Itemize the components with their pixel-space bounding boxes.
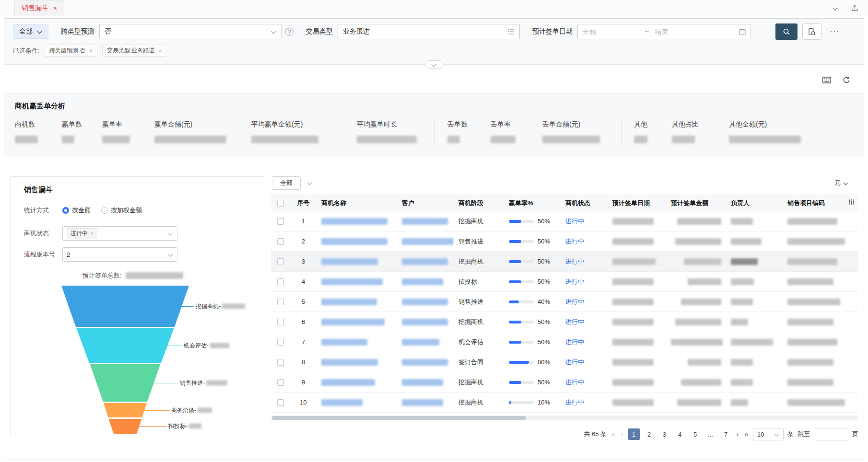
cell-status[interactable]: 进行中 [561,332,608,352]
cell-opportunity-name[interactable] [317,393,397,413]
cell-opportunity-name[interactable] [317,231,397,252]
sign-date-range[interactable]: ~ [577,24,751,39]
cell-opportunity-name[interactable] [317,272,397,292]
calendar-icon[interactable] [739,28,746,35]
table-row[interactable]: 10 挖掘商机 10% 进行中 [271,393,858,413]
remove-tag-icon[interactable]: × [158,47,162,54]
row-checkbox[interactable] [277,339,284,346]
cell-opportunity-name[interactable] [317,372,397,393]
date-end-input[interactable] [655,28,711,35]
table-row[interactable]: 5 销售推进 40% 进行中 [271,292,858,312]
table-scope-button[interactable]: 全部 [272,176,301,190]
column-settings-icon[interactable] [848,199,855,208]
cell-status[interactable]: 进行中 [561,352,608,372]
cell-opportunity-name[interactable] [317,352,397,372]
trade-type-input[interactable]: 业务跟进 [338,24,520,39]
table-row[interactable]: 6 挖掘商机 50% 进行中 [271,312,858,332]
table-row[interactable]: 4 招投标 50% 进行中 [271,272,858,292]
page-4[interactable]: 4 [674,428,686,440]
prev-page-icon[interactable]: ‹ [620,430,624,438]
funnel-segment-negotiation[interactable] [61,403,189,417]
table-row[interactable]: 8 签订合同 80% 进行中 [271,352,858,372]
cell-opportunity-name[interactable] [317,211,397,231]
jump-page-input[interactable] [814,428,848,440]
remove-tag-icon[interactable]: × [89,47,93,54]
row-checkbox[interactable] [277,278,284,285]
cross-type-select[interactable]: 否 [99,24,282,39]
radio-by-amount[interactable]: 按金额 [62,206,91,215]
more-actions-button[interactable]: ··· [826,23,843,40]
cell-status[interactable]: 进行中 [561,231,608,252]
cell-project-code [783,312,858,332]
last-page-icon[interactable]: » [743,430,749,438]
table-row[interactable]: 9 挖掘商机 50% 进行中 [271,372,858,393]
row-checkbox[interactable] [277,379,284,386]
horizontal-scrollbar[interactable] [271,416,858,420]
opportunity-status-label: 商机状态 [24,229,62,238]
next-page-icon[interactable]: › [736,430,740,438]
page-1[interactable]: 1 [628,428,640,440]
export-icon[interactable] [851,4,858,12]
condition-tag[interactable]: 跨类型预测:否 × [45,45,97,57]
page-size-select[interactable]: 10 [753,428,784,440]
tab-sales-funnel[interactable]: 销售漏斗 × [14,0,64,16]
col-win-rate: 赢单率% [504,195,561,211]
date-start-input[interactable] [583,28,639,35]
cell-status[interactable]: 进行中 [561,312,608,332]
cell-customer [397,211,454,231]
scrollbar-thumb[interactable] [272,416,526,420]
tabbar-chevron-down-icon[interactable] [833,6,838,11]
cell-status[interactable]: 进行中 [561,272,608,292]
collapse-filter-button[interactable] [424,60,444,69]
row-checkbox[interactable] [277,359,284,366]
cell-opportunity-name[interactable] [317,292,397,312]
row-checkbox[interactable] [277,238,284,245]
cell-sign-date [608,352,666,372]
opportunity-status-select[interactable]: 进行中 × [62,226,177,241]
radio-by-weighted-amount[interactable]: 按加权金额 [101,206,142,215]
first-page-icon[interactable]: « [610,430,616,438]
filter-panel: 全部 跨类型预测 否 ? 交易类型 业务跟进 预计签单日期 ~ [4,19,864,65]
cell-status[interactable]: 进行中 [561,393,608,413]
cell-sign-amount [666,272,726,292]
remove-tag-icon[interactable]: × [91,231,94,236]
process-version-select[interactable]: 2 [62,247,177,262]
list-picker-icon[interactable] [508,29,515,35]
page-3[interactable]: 3 [659,428,670,440]
table-row[interactable]: 7 机会评估 50% 进行中 [271,332,858,352]
refresh-icon[interactable] [843,76,850,84]
scope-filter-button[interactable]: 全部 [13,24,48,39]
table-row[interactable]: 1 挖掘商机 50% 进行中 [271,211,858,231]
cell-status[interactable]: 进行中 [561,211,608,231]
unit-select[interactable]: 元 [834,179,848,187]
saved-filters-button[interactable] [802,23,821,40]
page-2[interactable]: 2 [644,428,655,440]
status-tag[interactable]: 进行中 × [67,228,97,239]
cell-win-rate: 50% [504,372,561,393]
row-checkbox[interactable] [277,258,284,265]
funnel-segment-mining[interactable] [61,286,189,327]
row-checkbox[interactable] [277,319,284,325]
cell-opportunity-name[interactable] [317,332,397,352]
row-checkbox[interactable] [277,399,284,406]
page-5[interactable]: 5 [690,428,701,440]
page-7[interactable]: 7 [720,428,732,440]
chevron-down-icon [168,231,173,236]
keyboard-grid-icon[interactable] [822,76,831,84]
cell-status[interactable]: 进行中 [561,292,608,312]
search-button[interactable] [775,23,798,40]
cell-status[interactable]: 进行中 [561,252,608,272]
table-row[interactable]: 2 销售推进 50% 进行中 [271,231,858,252]
cell-status[interactable]: 进行中 [561,372,608,393]
condition-tag[interactable]: 交易类型:业务跟进 × [102,45,166,57]
tab-close-icon[interactable]: × [53,5,57,12]
scope-chevron-down-icon[interactable] [307,181,312,185]
help-icon[interactable]: ? [285,28,293,36]
select-all-checkbox[interactable] [277,200,284,207]
cell-opportunity-name[interactable] [317,252,397,272]
table-row[interactable]: 3 挖掘商机 50% 进行中 [271,252,858,272]
row-checkbox[interactable] [277,299,284,305]
cell-sign-amount [666,393,726,413]
cell-opportunity-name[interactable] [317,312,397,332]
row-checkbox[interactable] [277,218,284,225]
